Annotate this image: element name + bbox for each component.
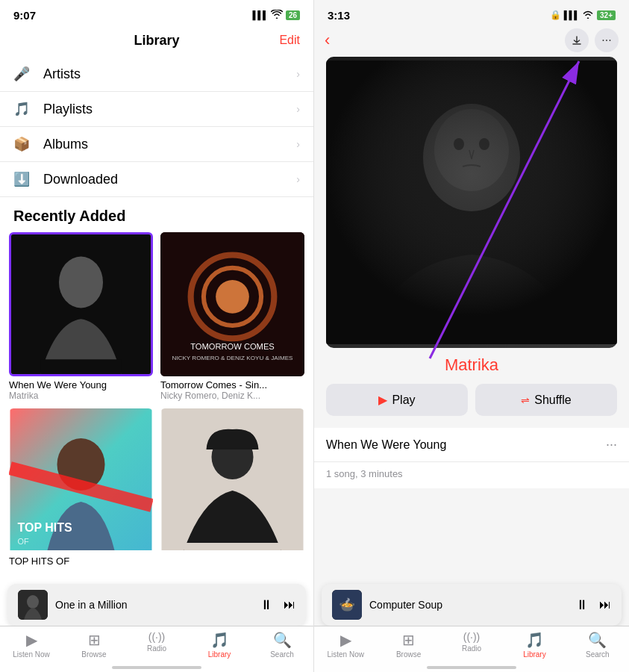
library-item-artists[interactable]: 🎤 Artists › xyxy=(0,57,313,92)
left-status-bar: 9:07 ▌▌▌ 26 xyxy=(0,0,313,27)
svg-text:OF: OF xyxy=(18,537,30,546)
browse-label: Browse xyxy=(81,650,106,659)
search-icon: 🔍 xyxy=(273,631,292,649)
svg-text:TOP HITS: TOP HITS xyxy=(18,521,73,534)
left-panel: 9:07 ▌▌▌ 26 Library Edit 🎤 Artists › xyxy=(0,0,314,672)
play-icon: ▶ xyxy=(378,393,387,407)
right-browse-label: Browse xyxy=(396,650,421,659)
left-mini-player-thumb xyxy=(18,590,48,620)
album-art-1: TOMORROW COMES NICKY ROMERO & DENIZ KOYU… xyxy=(160,232,304,376)
track-more-button[interactable]: ··· xyxy=(606,437,617,452)
artist-name: Matrika xyxy=(314,355,629,375)
right-status-icons: 🔒 ▌▌▌ 32+ xyxy=(550,10,616,21)
artists-icon: 🎤 xyxy=(13,66,34,82)
more-button[interactable]: ··· xyxy=(595,28,619,52)
tab-listen-now-left[interactable]: ▶ Listen Now xyxy=(0,631,63,659)
track-meta: 1 song, 3 minutes xyxy=(314,462,629,488)
svg-point-1 xyxy=(59,257,103,308)
left-pause-button[interactable]: ⏸ xyxy=(260,597,273,613)
right-time: 3:13 xyxy=(328,9,350,22)
tab-search-right[interactable]: 🔍 Search xyxy=(566,631,629,659)
tab-radio-right[interactable]: ((·)) Radio xyxy=(440,631,503,653)
download-button[interactable] xyxy=(565,28,589,52)
artists-label: Artists xyxy=(43,66,296,82)
album-thumb-0 xyxy=(9,232,153,376)
right-pause-button[interactable]: ⏸ xyxy=(575,597,589,613)
album-artist-0: Matrika xyxy=(9,391,153,401)
tab-browse-right[interactable]: ⊞ Browse xyxy=(377,631,439,659)
right-lock-icon: 🔒 xyxy=(550,10,561,20)
tab-library-right[interactable]: 🎵 Library xyxy=(503,631,566,659)
right-battery: 32+ xyxy=(597,10,616,20)
action-buttons: ▶ Play ⇌ Shuffle xyxy=(326,384,617,416)
left-status-icons: ▌▌▌ 26 xyxy=(252,10,300,21)
library-item-downloaded[interactable]: ⬇️ Downloaded › xyxy=(0,162,313,197)
right-search-label: Search xyxy=(586,650,610,659)
radio-icon: ((·)) xyxy=(148,631,166,643)
album-name-1: Tomorrow Comes - Sin... xyxy=(160,379,304,391)
album-artist-1: Nicky Romero, Deniz K... xyxy=(160,391,304,401)
left-mini-player-title: One in a Million xyxy=(55,599,260,611)
library-item-playlists[interactable]: 🎵 Playlists › xyxy=(0,92,313,127)
left-nav-title: Library xyxy=(134,33,179,49)
album-art-0 xyxy=(11,234,151,374)
artist-image xyxy=(326,57,617,348)
tab-listen-now-right[interactable]: ▶ Listen Now xyxy=(314,631,377,659)
shuffle-button[interactable]: ⇌ Shuffle xyxy=(475,384,617,416)
right-radio-icon: ((·)) xyxy=(463,631,481,643)
track-row[interactable]: When We Were Young ··· xyxy=(314,428,629,462)
search-label: Search xyxy=(270,650,294,659)
left-mini-player-controls: ⏸ ⏭ xyxy=(260,597,295,613)
albums-icon: 📦 xyxy=(13,136,34,152)
album-card-0[interactable]: When We Were Young Matrika xyxy=(9,232,153,401)
right-search-icon: 🔍 xyxy=(588,631,607,649)
browse-icon: ⊞ xyxy=(88,631,101,649)
album-name-2: TOP HITS OF xyxy=(9,556,153,567)
left-edit-button[interactable]: Edit xyxy=(279,34,300,47)
downloaded-label: Downloaded xyxy=(43,172,296,187)
album-thumb-1: TOMORROW COMES NICKY ROMERO & DENIZ KOYU… xyxy=(160,232,304,376)
album-name-0: When We Were Young xyxy=(9,379,153,391)
right-mini-player-thumb: 🍲 xyxy=(332,590,362,620)
left-home-indicator xyxy=(112,666,201,669)
listen-now-icon: ▶ xyxy=(26,631,37,649)
left-time: 9:07 xyxy=(13,9,36,22)
downloaded-icon: ⬇️ xyxy=(13,171,34,187)
tab-browse-left[interactable]: ⊞ Browse xyxy=(63,631,125,659)
svg-text:NICKY ROMERO & DENIZ KOYU & JA: NICKY ROMERO & DENIZ KOYU & JAIMES xyxy=(172,355,293,361)
library-item-albums[interactable]: 📦 Albums › xyxy=(0,127,313,162)
play-button[interactable]: ▶ Play xyxy=(326,384,468,416)
right-wifi-icon xyxy=(582,10,594,21)
library-list: 🎤 Artists › 🎵 Playlists › 📦 Albums › ⬇️ … xyxy=(0,57,313,197)
svg-rect-2 xyxy=(40,359,121,374)
track-title: When We Were Young xyxy=(326,438,606,452)
svg-rect-16 xyxy=(184,543,281,550)
svg-point-18 xyxy=(27,595,39,609)
listen-now-label: Listen Now xyxy=(13,650,49,659)
svg-rect-24 xyxy=(326,60,617,344)
tab-search-left[interactable]: 🔍 Search xyxy=(251,631,313,659)
back-button[interactable]: ‹ xyxy=(325,31,330,50)
tab-radio-left[interactable]: ((·)) Radio xyxy=(125,631,188,653)
artists-chevron: › xyxy=(296,68,300,80)
recently-added-title: Recently Added xyxy=(0,197,313,232)
shuffle-label: Shuffle xyxy=(534,393,572,407)
album-card-1[interactable]: TOMORROW COMES NICKY ROMERO & DENIZ KOYU… xyxy=(160,232,304,401)
right-nav-bar: ‹ ··· xyxy=(314,27,629,57)
tab-library-left[interactable]: 🎵 Library xyxy=(188,631,251,659)
left-mini-player[interactable]: One in a Million ⏸ ⏭ xyxy=(7,584,306,626)
right-signal-icon: ▌▌▌ xyxy=(564,10,579,19)
right-library-icon: 🎵 xyxy=(525,631,544,649)
album-card-3[interactable] xyxy=(160,408,304,567)
album-thumb-2: TOP HITS OF xyxy=(9,408,153,553)
svg-text:🍲: 🍲 xyxy=(339,597,356,613)
album-card-2[interactable]: TOP HITS OF TOP HITS OF xyxy=(9,408,153,567)
right-status-bar: 3:13 🔒 ▌▌▌ 32+ xyxy=(314,0,629,27)
album-thumb-3 xyxy=(160,408,304,553)
left-forward-button[interactable]: ⏭ xyxy=(284,598,295,612)
track-info: When We Were Young xyxy=(326,438,606,452)
right-mini-player[interactable]: 🍲 Computer Soup ⏸ ⏭ xyxy=(322,584,622,626)
playlists-label: Playlists xyxy=(43,102,296,117)
right-forward-button[interactable]: ⏭ xyxy=(599,598,611,612)
artist-hero xyxy=(326,57,617,348)
